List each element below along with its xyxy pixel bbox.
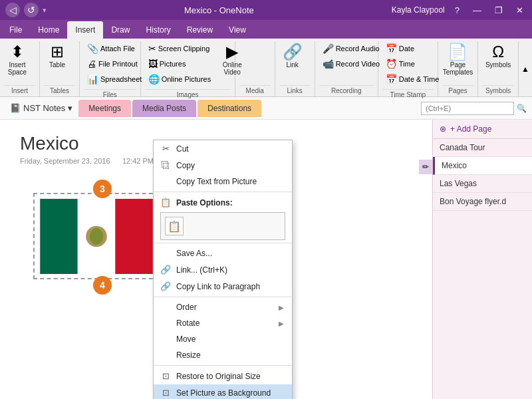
section-tab-meetings[interactable]: Meetings (78, 100, 131, 117)
attach-file-button[interactable]: 📎 Attach File (84, 41, 145, 56)
files-group-label: Files (84, 89, 136, 100)
undo-button[interactable]: ↺ (24, 3, 39, 17)
tab-insert[interactable]: Insert (67, 21, 103, 39)
context-menu: ✂ Cut ⿻ Copy Copy Text from Picture 📋 Pa… (153, 140, 293, 399)
record-audio-label: Record Audio (336, 45, 380, 53)
ctx-link-label: Link... (Ctrl+K) (176, 265, 227, 275)
search-input[interactable] (421, 102, 514, 115)
ribbon-group-tables-content: ⊞ Table (44, 41, 75, 84)
paste-option-1[interactable]: 📋 (165, 217, 184, 235)
ribbon-collapse-button[interactable]: ▲ (518, 41, 532, 96)
file-printout-icon: 🖨 (87, 59, 96, 69)
page-list-item-bonvoyage[interactable]: Bon Voyage flyer.d (433, 193, 532, 211)
window-title: Mexico - OneNote (47, 5, 392, 15)
record-audio-icon: 🎤 (323, 43, 334, 54)
page-templates-button[interactable]: 📄 PageTemplates (442, 41, 473, 78)
date-time-button[interactable]: 📅 Date & Time (382, 72, 443, 86)
record-video-button[interactable]: 📹 Record Video (319, 57, 383, 71)
ctx-copy-link[interactable]: 🔗 Copy Link to Paragraph (154, 278, 292, 295)
attach-file-icon: 📎 (87, 43, 98, 54)
record-audio-button[interactable]: 🎤 Record Audio (319, 41, 383, 56)
pictures-icon: 🖼 (148, 59, 158, 69)
paste-options-box: 📋 (160, 212, 285, 240)
ctx-order[interactable]: Order ▶ (154, 299, 292, 315)
restore-button[interactable]: ❐ (491, 4, 506, 17)
section-tab-media[interactable]: Media Posts (132, 100, 196, 117)
page-list-item-canada[interactable]: Canada Tour (433, 139, 532, 157)
edit-icon[interactable]: ✏ (419, 160, 432, 174)
ribbon-tabs: File Home Insert Draw History Review Vie… (0, 20, 532, 39)
add-page-button[interactable]: ⊕ + Add Page (433, 120, 532, 139)
copy-icon: ⿻ (160, 160, 171, 170)
ctx-set-bg[interactable]: ⊡ Set Picture as Background (154, 384, 292, 399)
ctx-resize[interactable]: Resize (154, 347, 292, 363)
ctx-paste-label: Paste Options: (176, 198, 233, 207)
ctx-link[interactable]: 🔗 Link... (Ctrl+K) (154, 261, 292, 278)
insert-space-button[interactable]: ⬍ InsertSpace (4, 41, 31, 78)
page-list-item-mexico[interactable]: Mexico (433, 157, 532, 175)
symbols-group-label: Symbols (482, 85, 514, 96)
user-name: Kayla Claypool (392, 5, 445, 15)
flag-image[interactable] (33, 193, 160, 279)
ctx-order-label: Order (176, 303, 197, 312)
table-button[interactable]: ⊞ Table (44, 41, 70, 71)
ctx-copy-text-label: Copy Text from Picture (176, 177, 257, 186)
insert-group-label: Insert (4, 85, 35, 96)
spreadsheet-button[interactable]: 📊 Spreadsheet (84, 72, 145, 86)
notebook-bar: 📓 NST Notes ▾ Meetings Media Posts Desti… (0, 97, 532, 120)
pictures-label: Pictures (160, 60, 186, 68)
ctx-cut[interactable]: ✂ Cut (154, 140, 292, 157)
order-arrow-icon: ▶ (279, 304, 284, 311)
file-printout-button[interactable]: 🖨 File Printout (84, 57, 145, 71)
cut-icon: ✂ (160, 144, 171, 154)
tab-draw[interactable]: Draw (103, 21, 138, 39)
tab-home[interactable]: Home (30, 21, 67, 39)
section-tab-destinations[interactable]: Destinations (198, 100, 261, 117)
tab-file[interactable]: File (1, 21, 30, 39)
tab-review[interactable]: Review (179, 21, 221, 39)
svg-point-4 (90, 228, 103, 245)
page-list-item-lasvegas[interactable]: Las Vegas (433, 175, 532, 193)
minimize-button[interactable]: — (469, 4, 485, 17)
ribbon-group-symbols-content: Ω Symbols (482, 41, 514, 84)
ctx-copy-text[interactable]: Copy Text from Picture (154, 174, 292, 190)
ribbon-group-insert: ⬍ InsertSpace Insert (0, 41, 40, 96)
table-label: Table (49, 61, 65, 68)
ribbon-group-symbols: Ω Symbols Symbols (478, 41, 518, 96)
ctx-restore-size[interactable]: ⊡ Restore to Original Size (154, 368, 292, 384)
table-icon: ⊞ (51, 44, 64, 60)
back-button[interactable]: ◁ (5, 3, 20, 17)
ctx-rotate[interactable]: Rotate ▶ (154, 315, 292, 331)
tab-history[interactable]: History (138, 21, 178, 39)
close-button[interactable]: ✕ (513, 4, 527, 17)
notebook-selector[interactable]: 📓 NST Notes ▾ (5, 100, 77, 116)
media-group-label: Media (239, 85, 271, 96)
ctx-copy[interactable]: ⿻ Copy (154, 157, 292, 174)
paste-header-icon: 📋 (160, 198, 171, 207)
step-4-marker: 4 (93, 276, 112, 295)
ribbon-group-media-content (239, 41, 271, 84)
ctx-save-as[interactable]: Save As... (154, 245, 292, 261)
ctx-move[interactable]: Move (154, 331, 292, 347)
date-button[interactable]: 📅 Date (382, 41, 443, 56)
insert-space-icon: ⬍ (11, 44, 24, 60)
tab-view[interactable]: View (221, 21, 254, 39)
search-icon[interactable]: 🔍 (517, 104, 527, 113)
link-button[interactable]: 🔗 Link (279, 41, 306, 71)
ribbon-group-pages-content: 📄 PageTemplates (442, 41, 473, 84)
time-button[interactable]: ⏰ Time (382, 57, 443, 71)
pictures-button[interactable]: 🖼 Pictures (145, 57, 215, 71)
files-col: 📎 Attach File 🖨 File Printout 📊 Spreadsh… (84, 41, 145, 86)
file-printout-label: File Printout (98, 60, 138, 68)
ctx-cut-label: Cut (176, 144, 189, 154)
restore-size-icon: ⊡ (160, 371, 171, 381)
online-pictures-button[interactable]: 🌐 Online Pictures (145, 72, 215, 86)
help-button[interactable]: ? (452, 4, 463, 17)
recording-col: 🎤 Record Audio 📹 Record Video (319, 41, 383, 71)
ribbon-group-pages: 📄 PageTemplates Pages (438, 41, 478, 96)
ctx-sep-2 (154, 243, 292, 243)
ribbon-group-timestamp-content: 📅 Date ⏰ Time 📅 Date & Time (382, 41, 434, 88)
date-time-icon: 📅 (386, 74, 397, 84)
screen-clipping-button[interactable]: ✂ Screen Clipping (145, 41, 215, 56)
symbols-button[interactable]: Ω Symbols (482, 41, 514, 71)
